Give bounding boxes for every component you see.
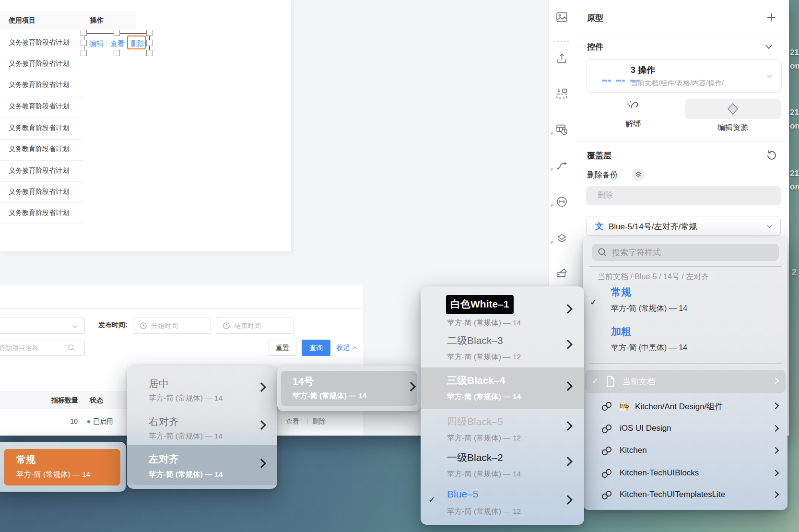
chevron-up-icon	[352, 347, 357, 352]
start-time-input[interactable]: 开始时间	[133, 318, 211, 334]
selection-handle[interactable]	[81, 30, 87, 36]
delete-backup-input[interactable]: 删除	[586, 186, 781, 205]
style-menu-item-black3[interactable]: 二级Black–3 苹方-简 (常规体) — 12	[421, 329, 584, 365]
menu-item-sub: 苹方-简 (常规体) — 14	[149, 393, 223, 403]
unbind-icon	[625, 99, 641, 114]
chevron-right-icon	[772, 402, 779, 409]
style-variant-regular[interactable]: 常规	[611, 285, 631, 299]
chevron-down-icon	[73, 323, 78, 328]
library-item-kitchen-techuitemplateslite[interactable]: Kitchen-TechUITemplatesLite	[583, 485, 787, 506]
style-menu-item-black4[interactable]: 三级Black–4 苹方-简 (常规体) — 14	[421, 367, 584, 409]
layers-tool-button[interactable]	[555, 232, 570, 247]
chevron-down-icon[interactable]	[765, 42, 772, 49]
component-title: 3 操作	[631, 64, 655, 76]
collapse-label: 收起	[336, 343, 350, 351]
library-item-label: Kitchen/Ant Design/组件	[635, 401, 723, 412]
selection-handle[interactable]	[81, 40, 87, 46]
frame-swap-tool-button[interactable]	[555, 87, 570, 102]
menu-item-sub: 苹方-简 (常规体) — 12	[447, 507, 521, 517]
start-time-placeholder: 开始时间	[151, 322, 178, 331]
library-item-current-doc[interactable]: ✓ 当前文档	[585, 370, 786, 393]
selection-handle[interactable]	[114, 50, 120, 56]
menu-item-title: 一级Black–2	[447, 451, 503, 464]
chevron-right-icon	[257, 420, 266, 430]
style-search-placeholder: 搜索字符样式	[612, 247, 661, 258]
menu-item-sub: 苹方-简 (常规体) — 14	[447, 392, 521, 402]
menu-item-sub: 苹方-简 (常规体) — 12	[447, 433, 521, 443]
component-card[interactable]: 3 操作 当前文档/组件/表格/内容/操作/	[586, 59, 782, 93]
unbind-label: 解绑	[616, 119, 650, 129]
table-row: 义务教育阶段省计划	[9, 209, 69, 217]
selection-handle[interactable]	[146, 50, 153, 56]
style-menu-item-black2[interactable]: 一级Black–2 苹方-简 (常规体) — 14	[421, 446, 584, 482]
align-menu-item-left[interactable]: 左对齐 苹方-简 (常规体) — 14	[127, 445, 277, 485]
menu-item-title: 居中	[149, 377, 169, 390]
reset-button[interactable]: 重置	[269, 340, 296, 356]
text-style-value: Blue-5/14号/左对齐/常规	[609, 221, 697, 232]
unbind-button[interactable]: 解绑	[616, 98, 650, 132]
prototype-section-title: 原型	[587, 12, 603, 24]
table-row: 义务教育阶段省计划	[9, 145, 69, 154]
size-menu-item-14[interactable]: 14号 苹方-简 (常规体) — 14	[281, 371, 417, 406]
diamond-icon	[726, 102, 740, 116]
align-menu-item-right[interactable]: 右对齐 苹方-简 (常规体) — 14	[127, 409, 277, 444]
chevron-down-icon	[767, 73, 772, 78]
reset-overlay-button[interactable]	[764, 148, 778, 161]
project-select[interactable]	[0, 318, 85, 334]
alignment-menu: 居中 苹方-简 (常规体) — 14 右对齐 苹方-简 (常规体) — 14 左…	[127, 366, 277, 489]
assets-tool-button[interactable]	[555, 266, 570, 281]
screen: 21- on 21- on 21- on 2 使用项目 操作 义务教育阶段省计划…	[0, 0, 799, 532]
desktop-file-label: on	[790, 182, 799, 192]
selection-handle[interactable]	[146, 30, 153, 36]
collapse-link[interactable]: 收起	[336, 343, 355, 352]
selection-handle[interactable]	[114, 30, 120, 36]
layers-chip[interactable]	[632, 168, 645, 181]
delete-link[interactable]: 删除	[312, 417, 326, 426]
library-item-label: Kitchen-TechUIBlocks	[620, 468, 699, 478]
spacing-tool-button[interactable]	[555, 195, 570, 210]
end-time-placeholder: 结束时间	[234, 322, 261, 331]
library-item-kitchen[interactable]: Kitchen	[583, 440, 787, 461]
delete-backup-label: 删除备份	[587, 170, 618, 180]
align-menu-item-center[interactable]: 居中 苹方-简 (常规体) — 14	[127, 371, 277, 406]
project-name-search-input[interactable]: 资助项目名称	[0, 340, 85, 356]
edit-resource-button[interactable]	[685, 99, 781, 119]
style-menu-item-black5[interactable]: 四级Black–5 苹方-简 (常规体) — 12	[421, 410, 584, 447]
style-menu-item-white1[interactable]: 白色White–1 苹方-简 (常规体) — 14	[421, 292, 584, 331]
edit-resource-label: 编辑资源	[685, 123, 781, 133]
table-chart-tool-button[interactable]	[555, 123, 570, 138]
check-icon: ✓	[428, 495, 435, 505]
table-row: 义务教育阶段省计划	[9, 102, 69, 111]
add-prototype-button[interactable]	[765, 12, 777, 23]
library-item-kitchen-antd[interactable]: 🧑‍🍳 Kitchen/Ant Design/组件	[583, 396, 787, 417]
style-variant-bold[interactable]: 加粗	[611, 325, 631, 338]
menu-item-title: 左对齐	[149, 452, 179, 466]
view-link[interactable]: 查看	[286, 417, 299, 426]
flyout-indicator	[551, 132, 554, 136]
export-tool-button[interactable]	[555, 52, 570, 67]
style-menu-item-blue5[interactable]: ✓ Blue–5 苹方-简 (常规体) — 12	[421, 484, 584, 521]
library-item-label: Kitchen-TechUITemplatesLite	[620, 490, 725, 499]
chevron-right-icon	[772, 425, 779, 432]
menu-item-sub: 苹方-简 (常规体) — 12	[447, 352, 521, 362]
library-item-ios-ui-design[interactable]: iOS UI Design	[583, 418, 787, 439]
library-item-kitchen-techuiblocks[interactable]: Kitchen-TechUIBlocks	[583, 463, 787, 484]
chevron-down-icon	[767, 224, 772, 228]
text-style-cascade-menu: 白色White–1 苹方-简 (常规体) — 14 二级Black–3 苹方-简…	[421, 286, 584, 525]
clock-icon	[223, 322, 230, 330]
connector-tool-button[interactable]	[555, 159, 570, 174]
style-search-input[interactable]: 搜索字符样式	[592, 244, 779, 261]
chef-emoji-icon: 🧑‍🍳	[619, 401, 629, 411]
chevron-right-icon	[563, 340, 573, 349]
selection-handle[interactable]	[81, 50, 87, 56]
menu-item-sub: 苹方-简 (常规体) — 14	[447, 318, 521, 328]
reset-label: 重置	[276, 344, 289, 352]
end-time-input[interactable]: 结束时间	[216, 318, 294, 334]
check-icon: ✓	[592, 376, 599, 386]
text-style-select[interactable]: 文 Blue-5/14号/左对齐/常规	[586, 216, 781, 236]
image-tool-button[interactable]	[555, 11, 570, 25]
query-button[interactable]: 查询	[302, 340, 330, 356]
selection-handle[interactable]	[146, 40, 153, 46]
weight-menu-item-regular[interactable]: 常规 苹方-简 (常规体) — 14	[4, 449, 120, 485]
chevron-right-icon	[257, 459, 266, 468]
